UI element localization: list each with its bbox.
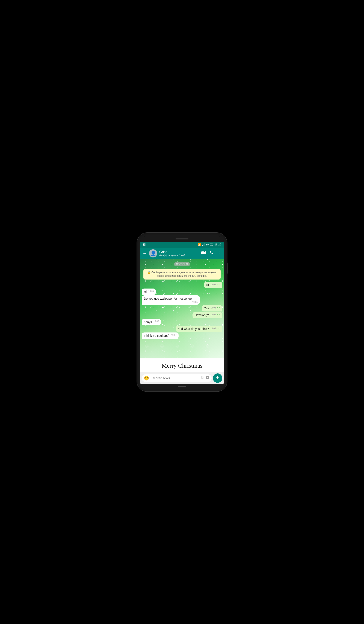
message-bubble: Do you use wallpaper for messenger19:05	[142, 295, 200, 304]
battery-icon: 8%	[206, 243, 213, 246]
message-bubble: Yes19:06✓✓	[202, 305, 222, 312]
phone-screen: 🖼 📶 8%	[140, 236, 224, 389]
svg-rect-0	[202, 245, 203, 246]
message-meta: 19:06✓✓	[210, 327, 220, 330]
message-time: 19:05	[210, 284, 216, 286]
message-row: and what do you think?19:06✓✓	[142, 326, 222, 332]
system-message: 🔒 Сообщения и звонки в данном чате тепер…	[143, 269, 221, 280]
message-meta: 19:05	[148, 290, 154, 292]
message-meta: 19:07	[171, 334, 176, 336]
message-text: 5days	[144, 320, 152, 324]
svg-rect-6	[213, 244, 213, 245]
message-row: Yes19:06✓✓	[142, 305, 222, 312]
signal-icon	[202, 243, 205, 246]
message-text: Hi	[206, 283, 209, 286]
merry-christmas-section: Merry Christmas 😊	[140, 358, 224, 384]
message-bubble: 5days19:06	[142, 319, 161, 325]
message-ticks: ✓✓	[216, 327, 220, 330]
message-time: 19:06	[154, 320, 159, 323]
speaker-grille	[176, 238, 188, 239]
message-bubble: How long?19:06✓✓	[192, 312, 222, 318]
message-meta: 19:05✓✓	[210, 283, 220, 286]
back-button[interactable]: ←	[143, 251, 147, 256]
phone-call-button[interactable]	[209, 251, 213, 256]
message-text: and what do you think?	[178, 327, 209, 331]
attach-button[interactable]	[200, 376, 204, 381]
message-meta: 19:05	[192, 301, 198, 303]
message-row: How long?19:06✓✓	[142, 312, 222, 318]
svg-rect-1	[203, 244, 204, 246]
merry-christmas-display: Merry Christmas	[140, 359, 224, 372]
chat-area: СЕГОДНЯ 🔒 Сообщения и звонки в данном ча…	[140, 259, 224, 358]
merry-christmas-text: Merry Christmas	[140, 362, 224, 370]
home-indicator	[178, 386, 186, 387]
more-options-button[interactable]: ⋮	[217, 251, 221, 256]
message-text: Do you use wallpaper for messenger	[144, 297, 193, 300]
camera-button[interactable]	[206, 376, 209, 381]
message-input[interactable]	[151, 376, 199, 380]
message-ticks: ✓✓	[216, 307, 220, 309]
svg-rect-5	[210, 244, 210, 245]
svg-rect-3	[205, 243, 205, 246]
input-row: 😊	[140, 372, 224, 384]
status-left: 🖼	[143, 243, 146, 246]
message-meta: 19:06✓✓	[210, 307, 220, 309]
contact-name: Grish	[159, 250, 199, 254]
message-meta: 19:06	[154, 320, 159, 323]
message-text: How long?	[195, 313, 209, 317]
notification-icon: 🖼	[143, 243, 146, 246]
message-row: I think it's cool app)19:07	[142, 333, 222, 339]
message-row: Hi19:05	[142, 288, 222, 295]
message-text: Hi	[144, 290, 147, 293]
message-row: Do you use wallpaper for messenger19:05	[142, 295, 222, 304]
message-bubble: Hi19:05✓✓	[204, 282, 222, 288]
message-bubble: Hi19:05	[142, 288, 156, 295]
avatar-icon: 👤	[150, 251, 156, 256]
message-time: 19:07	[171, 334, 176, 336]
wifi-icon: 📶	[197, 243, 201, 246]
video-call-button[interactable]	[201, 251, 206, 256]
message-ticks: ✓✓	[216, 283, 220, 286]
status-right: 📶 8% 19:10	[197, 243, 221, 246]
text-input-wrap: 😊	[142, 374, 211, 382]
emoji-button[interactable]: 😊	[144, 376, 149, 381]
status-bar: 🖼 📶 8%	[140, 242, 224, 248]
phone-device: 🖼 📶 8%	[137, 233, 227, 391]
message-text: Yes	[204, 307, 209, 310]
contact-info: Grish был(-а) сегодня в 19:07	[159, 250, 199, 257]
svg-rect-2	[204, 243, 204, 246]
phone-bottom	[140, 384, 224, 389]
chat-content: СЕГОДНЯ 🔒 Сообщения и звонки в данном ча…	[140, 259, 224, 341]
message-row: 5days19:06	[142, 319, 222, 325]
message-bubble: and what do you think?19:06✓✓	[176, 326, 222, 332]
mic-button[interactable]	[213, 373, 222, 383]
mic-icon	[215, 375, 220, 381]
header-actions: ⋮	[201, 251, 221, 256]
message-time: 19:05	[148, 290, 154, 292]
chat-header: ← 👤 Grish был(-а) сегодня в 19:07	[140, 248, 224, 259]
time-display: 19:10	[215, 243, 221, 246]
message-bubble: I think it's cool app)19:07	[142, 333, 179, 339]
date-badge: СЕГОДНЯ	[174, 262, 190, 266]
message-ticks: ✓✓	[216, 313, 220, 316]
svg-rect-7	[201, 251, 204, 254]
contact-status: был(-а) сегодня в 19:07	[159, 254, 199, 257]
message-time: 19:05	[192, 301, 198, 303]
message-text: I think it's cool app)	[144, 334, 169, 338]
message-time: 19:06	[210, 328, 216, 330]
message-time: 19:06	[210, 313, 216, 316]
avatar: 👤	[149, 249, 157, 258]
message-time: 19:06	[210, 307, 216, 309]
message-row: Hi19:05✓✓	[142, 282, 222, 288]
message-meta: 19:06✓✓	[210, 313, 220, 316]
svg-marker-8	[204, 251, 206, 254]
phone-notch	[140, 236, 224, 242]
messages-container: Hi19:05✓✓Hi19:05Do you use wallpaper for…	[142, 281, 222, 339]
